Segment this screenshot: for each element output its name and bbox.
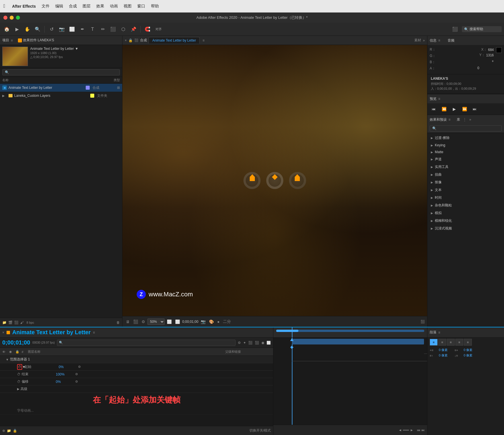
timeline-zoom-slider[interactable]: ━━━ xyxy=(403,428,409,432)
step-forward-button[interactable]: ⏩ xyxy=(460,105,468,113)
viewer-toggle-icon[interactable]: ⚙ xyxy=(140,319,146,325)
brush-tool-button[interactable]: ✏ xyxy=(98,25,107,34)
play-button[interactable]: ▶ xyxy=(450,105,458,113)
pen-tool-button[interactable]: ✒ xyxy=(78,25,87,34)
project-item-comp[interactable]: ◼ Animate Text Letter by Letter 合成 ⊞ xyxy=(0,84,122,92)
effect-item-keying[interactable]: ▶ Keying xyxy=(427,142,504,149)
paragraph-menu-icon[interactable]: ≡ xyxy=(438,331,440,335)
space-before-value[interactable]: 0 像素 xyxy=(439,353,448,358)
range-expand-icon[interactable]: ▼ xyxy=(6,358,9,361)
timeline-zoom-in-icon[interactable]: ► xyxy=(410,428,413,432)
minimize-window-button[interactable] xyxy=(10,16,14,20)
new-brush-icon[interactable]: 🖌 xyxy=(20,321,24,325)
prop-row-advanced[interactable]: ▶ 高级 xyxy=(0,385,273,393)
timeline-menu-icon[interactable]: ≡ xyxy=(93,331,95,335)
effect-item-noise[interactable]: ▶ 杂色和颗粒 xyxy=(427,202,504,209)
zoom-select[interactable]: 50% 100% 25% xyxy=(147,319,165,325)
timeline-toolbar-icon6[interactable]: ⬜ xyxy=(267,341,271,345)
rotate-tool-button[interactable]: ↺ xyxy=(47,25,56,34)
end-link-icon[interactable]: ⚙ xyxy=(75,372,78,376)
prop-row-end[interactable]: ⏱ 结束 100% ⚙ xyxy=(0,371,273,378)
menu-animation[interactable]: 动画 xyxy=(110,4,118,9)
prop-row-extra[interactable]: 字母动画... xyxy=(0,407,273,415)
zoom-tool-button[interactable]: 🔍 xyxy=(33,25,42,34)
start-prop-value[interactable]: 0% xyxy=(59,365,76,369)
indent-before-value[interactable]: 0 像素 xyxy=(439,348,448,352)
step-back-button[interactable]: ⏪ xyxy=(440,105,448,113)
stamp-tool-button[interactable]: ⬛ xyxy=(108,25,118,34)
prop-row-offset[interactable]: ⏱ 偏移 0% ⚙ xyxy=(0,378,273,385)
timeline-toolbar-icon4[interactable]: ⬛ xyxy=(255,341,259,345)
align-left-button[interactable]: ≡ xyxy=(430,339,438,346)
align-center-button[interactable]: ≡ xyxy=(438,339,446,346)
menu-after-effects[interactable]: After Effects xyxy=(12,4,36,9)
effect-item-matte[interactable]: ▶ Matte xyxy=(427,149,504,155)
prop-row-start[interactable]: ⏱ ▼ 起始 0% ⚙ xyxy=(0,363,273,371)
timeline-search-input[interactable]: 🔍 xyxy=(57,340,235,346)
offset-prop-value[interactable]: 0% xyxy=(56,380,73,384)
skip-to-start-button[interactable]: ⏮ xyxy=(430,105,438,113)
puppet-tool-button[interactable]: 📌 xyxy=(129,25,138,34)
viewer-monitor-icon[interactable]: 🖥 xyxy=(125,319,131,325)
timeline-toolbar-icon2[interactable]: ✦ xyxy=(243,341,246,345)
project-panel-menu-icon[interactable]: ≡ xyxy=(11,38,13,42)
camera-snap-icon[interactable]: 📷 xyxy=(200,319,207,325)
comp-tab-menu-icon[interactable]: ≡ xyxy=(202,38,204,42)
menu-help[interactable]: 帮助 xyxy=(151,4,159,9)
align-right-button[interactable]: ≡ xyxy=(447,339,455,346)
workspace-button[interactable]: ⬛ xyxy=(450,25,460,34)
menu-composition[interactable]: 合成 xyxy=(69,4,77,9)
preview-menu-icon[interactable]: ≡ xyxy=(438,97,440,101)
mask-tool-button[interactable]: ⬜ xyxy=(67,25,77,34)
timeline-folder-icon[interactable]: 📁 xyxy=(7,429,11,433)
start-stopwatch-icon[interactable]: ⏱ xyxy=(18,365,21,369)
timeline-toolbar-icon3[interactable]: ⬛ xyxy=(248,341,253,345)
new-folder-icon[interactable]: 📁 xyxy=(2,321,7,325)
comp-tab[interactable]: Animate Text Letter by Letter xyxy=(149,37,200,44)
effect-item-distort[interactable]: ▶ 扭曲 xyxy=(427,171,504,178)
snapping-button[interactable]: 🧲 xyxy=(143,25,152,34)
info-menu-icon[interactable]: ≡ xyxy=(438,38,440,42)
comp-close-icon[interactable]: × xyxy=(125,38,127,42)
project-item-folder[interactable]: ▶ Laneka_Custom Layers 文件夹 xyxy=(0,92,122,100)
effect-item-channel[interactable]: ▶ 声道 xyxy=(427,155,504,163)
apple-logo-icon[interactable]:  xyxy=(3,3,5,9)
exposure-icon[interactable]: ● xyxy=(216,319,221,325)
timeline-ruler[interactable] xyxy=(273,327,427,338)
project-search-input[interactable]: 🔍 xyxy=(2,69,120,75)
effects-dots-icon[interactable]: ⋮ xyxy=(463,118,466,122)
offset-link-icon[interactable]: ⚙ xyxy=(75,380,78,383)
keyframe-diamond-start[interactable] xyxy=(290,338,294,341)
effect-item-immersive[interactable]: ▶ 沉浸式视频 xyxy=(427,225,504,232)
expand-icon[interactable]: ▶ xyxy=(2,94,7,98)
text-tool-button[interactable]: T xyxy=(88,25,97,34)
effect-item-text[interactable]: ▶ 文本 xyxy=(427,186,504,194)
new-comp-icon[interactable]: 🎬 xyxy=(8,321,13,325)
align-justify-button[interactable]: ≡ xyxy=(455,339,463,346)
effects-expand-icon[interactable]: » xyxy=(469,118,471,122)
menu-window[interactable]: 窗口 xyxy=(137,4,145,9)
viewer-expand-icon[interactable]: ⬛ xyxy=(421,320,425,324)
timeline-new-icon[interactable]: ⊕ xyxy=(2,429,5,433)
library-label[interactable]: 库 xyxy=(457,117,460,122)
menu-view[interactable]: 视图 xyxy=(124,4,132,9)
close-window-button[interactable] xyxy=(3,16,7,20)
effect-item-time[interactable]: ▶ 时间 xyxy=(427,194,504,202)
timeline-close-icon[interactable]: × xyxy=(2,331,4,335)
align-justify-all-button[interactable]: ≡ xyxy=(464,339,472,346)
advanced-expand-icon[interactable]: ▶ xyxy=(17,387,19,391)
space-after-value[interactable]: 0 像素 xyxy=(464,353,472,358)
offset-stopwatch-icon[interactable]: ⏱ xyxy=(17,380,22,384)
timeline-lock-icon[interactable]: 🔒 xyxy=(13,429,17,433)
eraser-tool-button[interactable]: ⬡ xyxy=(119,25,128,34)
menu-effects[interactable]: 效果 xyxy=(96,4,104,9)
menu-file[interactable]: 文件 xyxy=(42,4,50,9)
material-expand-icon[interactable]: » xyxy=(423,38,425,42)
camera-tool-button[interactable]: 📷 xyxy=(57,25,66,34)
timeline-toolbar-icon1[interactable]: ⚙ xyxy=(238,341,241,345)
material-label[interactable]: 素材 xyxy=(414,38,421,43)
timeline-zoom-out-icon[interactable]: ◄ xyxy=(398,428,402,432)
start-keyframe-diamond[interactable] xyxy=(290,346,293,349)
switch-mode-label[interactable]: 切换开关/模式 xyxy=(249,428,271,433)
skip-to-end-button[interactable]: ⏭ xyxy=(471,105,479,113)
